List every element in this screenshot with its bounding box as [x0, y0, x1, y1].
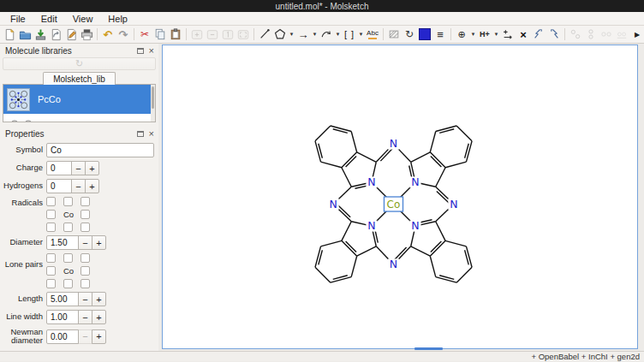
atom-NWn[interactable]: N — [367, 175, 375, 188]
zoom-original-button[interactable] — [220, 27, 236, 42]
lone-pair-checkbox[interactable] — [80, 253, 90, 263]
radical-checkbox[interactable] — [63, 223, 73, 232]
length-decrement-button[interactable]: − — [78, 292, 92, 306]
lone-pair-checkbox[interactable] — [46, 253, 56, 263]
save-button[interactable] — [33, 27, 48, 42]
mechanism-arrow-tool[interactable] — [319, 27, 334, 42]
redo-button[interactable]: ↷ — [116, 27, 131, 42]
library-item-pcco[interactable]: PcCo — [3, 85, 155, 114]
lone-pair-checkbox[interactable] — [63, 279, 73, 288]
canvas-hscroll-thumb[interactable] — [414, 347, 443, 350]
menu-edit[interactable]: Edit — [33, 14, 65, 24]
zoom-fit-button[interactable] — [236, 27, 251, 42]
atom-Co[interactable]: Co — [387, 199, 401, 211]
align-vertical-button[interactable] — [583, 27, 599, 42]
hydrogen-tool-dropdown[interactable]: ▼ — [492, 27, 500, 42]
close-panel-icon[interactable]: × — [149, 46, 154, 56]
delete-tool[interactable]: × — [516, 27, 531, 42]
lone-pair-checkbox[interactable] — [63, 253, 73, 263]
color-button[interactable] — [417, 27, 432, 42]
ring-tool[interactable] — [272, 27, 288, 42]
hydrogen-tool[interactable]: H+ — [477, 27, 492, 42]
radical-checkbox[interactable] — [46, 210, 56, 219]
radical-checkbox[interactable] — [63, 197, 73, 206]
newman-decrement-button[interactable]: − — [78, 329, 92, 344]
undo-button[interactable]: ↶ — [100, 27, 116, 42]
float-panel-icon[interactable] — [137, 131, 144, 137]
atom-Nr[interactable]: N — [450, 198, 457, 211]
export-button[interactable] — [63, 27, 79, 42]
menu-view[interactable]: View — [65, 14, 101, 24]
atom-NEn[interactable]: N — [411, 175, 419, 188]
arrow-tool[interactable]: → — [295, 27, 311, 42]
hydrogens-increment-button[interactable]: + — [85, 179, 99, 193]
tab-molsketch-lib[interactable]: Molsketch_lib — [43, 72, 116, 85]
menu-file[interactable]: File — [3, 14, 33, 24]
library-refresh-button[interactable]: ↻ — [3, 57, 156, 70]
copy-button[interactable] — [152, 27, 168, 42]
drawing-canvas[interactable]: CoNNNNNNNN — [162, 45, 638, 349]
atom-Nt[interactable]: N — [390, 137, 397, 150]
diameter-value[interactable]: 1.50 — [46, 235, 79, 250]
float-panel-icon[interactable] — [137, 48, 144, 54]
diameter-decrement-button[interactable]: − — [78, 235, 92, 250]
ring-tool-dropdown[interactable]: ▼ — [288, 27, 295, 42]
diameter-increment-button[interactable]: + — [92, 235, 106, 250]
line-width-decrement-button[interactable]: − — [78, 310, 92, 324]
arrow-tool-dropdown[interactable]: ▼ — [311, 27, 319, 42]
length-increment-button[interactable]: + — [92, 292, 106, 306]
radical-checkbox[interactable] — [46, 197, 56, 206]
lone-pair-checkbox[interactable] — [80, 279, 90, 288]
charge-increment-button[interactable]: + — [85, 161, 99, 175]
lone-pair-checkbox[interactable] — [46, 266, 56, 276]
new-file-button[interactable] — [2, 27, 17, 42]
radical-checkbox[interactable] — [80, 223, 90, 232]
cut-button[interactable]: ✂ — [137, 27, 152, 42]
line-width-value[interactable]: 1.00 — [46, 310, 79, 324]
mechanism-tool-1[interactable] — [531, 27, 546, 42]
open-file-button[interactable] — [17, 27, 33, 42]
zoom-in-button[interactable] — [189, 27, 205, 42]
radical-checkbox[interactable] — [80, 197, 90, 206]
library-scrollbar[interactable] — [151, 85, 155, 122]
distribute-vertical-button[interactable] — [614, 27, 629, 42]
bracket-tool-dropdown[interactable]: ▼ — [357, 27, 365, 42]
charge-tool[interactable]: ⊕ — [454, 27, 469, 42]
toolbar-overflow-button[interactable]: ▶ — [629, 27, 644, 42]
length-value[interactable]: 5.00 — [46, 292, 79, 306]
charge-tool-dropdown[interactable]: ▼ — [469, 27, 477, 42]
zoom-out-button[interactable] — [205, 27, 220, 42]
save-as-button[interactable] — [48, 27, 63, 42]
mechanism-tool-2[interactable] — [546, 27, 562, 42]
draw-bond-tool[interactable] — [257, 27, 272, 42]
print-button[interactable] — [79, 27, 94, 42]
atom-Nb[interactable]: N — [390, 258, 397, 270]
charge-value[interactable]: 0 — [46, 161, 72, 175]
radical-checkbox[interactable] — [46, 223, 56, 232]
line-width-button[interactable]: ≡ — [432, 27, 448, 42]
lone-pair-checkbox[interactable] — [80, 266, 90, 276]
molecule-canvas[interactable]: CoNNNNNNNN — [163, 45, 637, 348]
close-panel-icon[interactable]: × — [149, 129, 154, 139]
radical-checkbox[interactable] — [80, 210, 90, 219]
distribute-horizontal-button[interactable] — [599, 27, 614, 42]
hydrogens-value[interactable]: 0 — [46, 179, 72, 193]
paste-button[interactable] — [168, 27, 183, 42]
menu-help[interactable]: Help — [100, 14, 135, 24]
newman-value[interactable]: 0.00 — [46, 329, 79, 344]
atom-Nl[interactable]: N — [329, 198, 337, 211]
text-tool[interactable]: Abc — [365, 27, 380, 42]
align-horizontal-button[interactable] — [568, 27, 583, 42]
charge-decrement-button[interactable]: − — [71, 161, 86, 175]
hydrogens-decrement-button[interactable]: − — [71, 179, 86, 193]
library-item-partial[interactable] — [3, 114, 155, 122]
rotate-tool[interactable]: ↻ — [402, 27, 417, 42]
atom-SEn[interactable]: N — [411, 219, 419, 232]
atom-SWn[interactable]: N — [367, 219, 375, 232]
hatch-fill-tool[interactable] — [386, 27, 402, 42]
symbol-field[interactable]: Co — [46, 143, 154, 157]
library-list[interactable]: PcCo — [3, 85, 156, 122]
mechanism-arrow-dropdown[interactable]: ▼ — [334, 27, 342, 42]
bracket-tool[interactable]: [ ] — [342, 27, 357, 42]
add-hydrogen-tool[interactable] — [500, 27, 516, 42]
